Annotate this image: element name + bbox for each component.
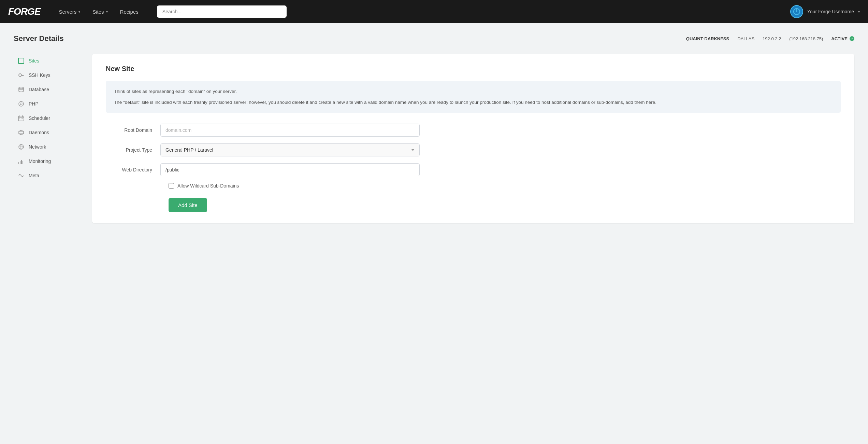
meta-icon: [18, 172, 25, 179]
sidebar-item-network[interactable]: Network: [14, 140, 81, 154]
project-type-group: Project Type General PHP / Laravel Stati…: [106, 143, 841, 156]
sites-chevron-icon: ▾: [106, 10, 108, 14]
root-domain-label: Root Domain: [106, 127, 160, 133]
project-type-label: Project Type: [106, 147, 160, 153]
root-domain-group: Root Domain: [106, 124, 841, 137]
sites-icon: [18, 57, 25, 64]
network-icon: [18, 143, 25, 150]
root-domain-input[interactable]: [160, 124, 420, 137]
page-title: Server Details: [14, 34, 64, 43]
web-directory-input[interactable]: [160, 163, 420, 176]
php-icon: [18, 100, 25, 107]
main-layout: Sites SSH Keys: [14, 54, 854, 223]
scheduler-icon: [18, 115, 25, 122]
web-directory-label: Web Directory: [106, 167, 160, 172]
navbar: FORGE Servers ▾ Sites ▾ Recipes Your For…: [0, 0, 868, 23]
svg-point-9: [19, 101, 24, 106]
server-ip-alt: (192.168.218.75): [789, 36, 823, 41]
svg-rect-27: [23, 161, 23, 164]
svg-point-28: [19, 174, 20, 175]
server-name: QUAINT-DARKNESS: [686, 36, 729, 41]
server-ip: 192.0.2.2: [763, 36, 781, 41]
web-directory-group: Web Directory: [106, 163, 841, 176]
server-meta: QUAINT-DARKNESS DALLAS 192.0.2.2 (192.16…: [686, 36, 854, 41]
sidebar-item-meta[interactable]: Meta: [14, 169, 81, 182]
svg-rect-25: [20, 161, 20, 164]
sidebar-item-database[interactable]: Database: [14, 83, 81, 96]
status-active-icon: [850, 36, 854, 41]
svg-rect-26: [21, 160, 22, 164]
svg-point-3: [19, 74, 21, 77]
daemons-icon: [18, 129, 25, 136]
info-line-1: Think of sites as representing each "dom…: [114, 88, 833, 95]
svg-point-7: [19, 87, 24, 89]
user-avatar-icon: [790, 5, 803, 18]
nav-recipes[interactable]: Recipes: [115, 6, 143, 17]
nav-sites[interactable]: Sites ▾: [88, 6, 112, 17]
svg-marker-18: [19, 130, 24, 135]
sidebar-item-sites[interactable]: Sites: [14, 54, 81, 68]
sidebar-item-scheduler[interactable]: Scheduler: [14, 111, 81, 125]
form-title: New Site: [106, 65, 841, 73]
info-line-2: The "default" site is included with each…: [114, 99, 833, 106]
ssh-key-icon: [18, 72, 25, 79]
monitoring-icon: [18, 158, 25, 165]
content-panel: New Site Think of sites as representing …: [92, 54, 854, 223]
server-location: DALLAS: [737, 36, 754, 41]
user-menu[interactable]: Your Forge Username ▾: [790, 5, 860, 18]
sidebar-item-monitoring[interactable]: Monitoring: [14, 154, 81, 168]
svg-rect-15: [19, 119, 20, 119]
power-icon: [793, 8, 800, 15]
sidebar-item-daemons[interactable]: Daemons: [14, 126, 81, 139]
svg-rect-16: [21, 119, 21, 119]
search-input[interactable]: [157, 5, 287, 18]
nav-links: Servers ▾ Sites ▾ Recipes: [54, 6, 143, 17]
wildcard-checkbox[interactable]: [169, 183, 174, 189]
server-status: ACTIVE: [831, 36, 854, 41]
wildcard-group: Allow Wildcard Sub-Domains: [169, 183, 841, 189]
sidebar-item-ssh-keys[interactable]: SSH Keys: [14, 68, 81, 82]
servers-chevron-icon: ▾: [78, 10, 80, 14]
svg-rect-2: [18, 58, 24, 64]
project-type-select[interactable]: General PHP / Laravel Static HTML Symfon…: [160, 143, 420, 156]
database-icon: [18, 86, 25, 93]
search-container: [157, 5, 287, 18]
wildcard-label[interactable]: Allow Wildcard Sub-Domains: [177, 183, 239, 189]
svg-point-29: [22, 176, 23, 177]
info-box: Think of sites as representing each "dom…: [106, 81, 841, 113]
add-site-button[interactable]: Add Site: [169, 198, 207, 212]
sidebar-item-php[interactable]: PHP: [14, 97, 81, 111]
sidebar: Sites SSH Keys: [14, 54, 92, 223]
svg-point-10: [20, 103, 22, 105]
nav-servers[interactable]: Servers ▾: [54, 6, 85, 17]
page-header: Server Details QUAINT-DARKNESS DALLAS 19…: [14, 34, 854, 43]
svg-rect-17: [22, 119, 23, 119]
page-container: Server Details QUAINT-DARKNESS DALLAS 19…: [0, 23, 868, 234]
svg-rect-24: [18, 162, 19, 164]
brand-logo: FORGE: [8, 6, 41, 17]
user-chevron-icon: ▾: [858, 10, 860, 14]
